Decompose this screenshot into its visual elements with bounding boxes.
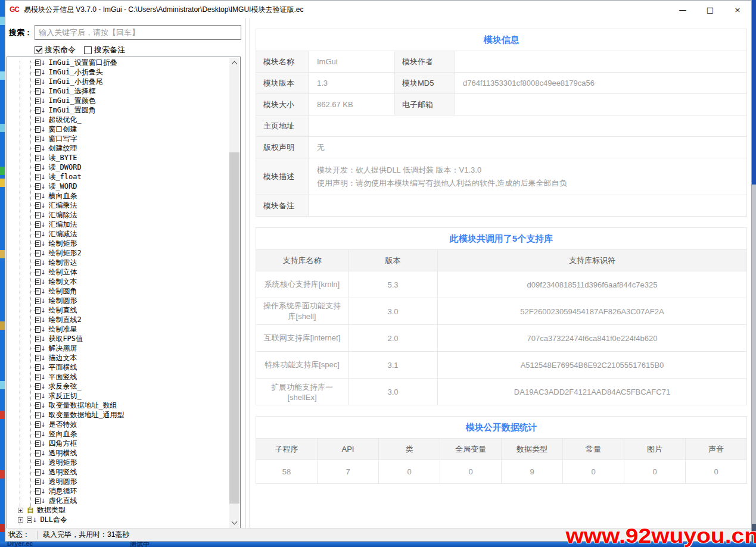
- scrollbar-thumb[interactable]: [229, 152, 239, 504]
- scroll-up-icon[interactable]: [229, 58, 239, 68]
- desktop-text-fragment: 测试中: [130, 542, 150, 547]
- tree-connector: [30, 339, 35, 339]
- tree-item-command[interactable]: ↓ ImGui_设置窗口折叠: [7, 58, 229, 67]
- tree-item-command[interactable]: ↓ 绘制矩形2: [7, 248, 229, 258]
- watermark: www.92wuyou.cn: [565, 524, 756, 547]
- search-option[interactable]: 搜索命令: [35, 45, 76, 55]
- tree-item-command[interactable]: ↓ 绘制直线2: [7, 315, 229, 324]
- tree-item-command[interactable]: ↓ 解决黑屏: [7, 343, 229, 353]
- tree-item-command[interactable]: ↓ 汇编减法: [7, 229, 229, 239]
- left-panel: 搜索： 搜索命令 搜索备注 ↓: [5, 18, 251, 528]
- module-tree[interactable]: ↓ ImGui_设置窗口折叠 ↓ ImGui_小折叠头 ↓ ImGui_小折叠尾: [7, 57, 241, 529]
- tree-item-command[interactable]: ↓ 横向血条: [7, 191, 229, 201]
- tree-connector: [30, 386, 35, 387]
- tree-item-command[interactable]: ↓ 绘制矩形: [7, 239, 229, 248]
- tree-connector: [30, 396, 35, 396]
- desktop-icon: [0, 470, 5, 479]
- checkbox-icon[interactable]: [84, 46, 92, 54]
- tree-item-command[interactable]: ↓ 透明矩形: [7, 458, 229, 467]
- command-doc-icon: ↓: [35, 345, 45, 352]
- tree-item-command[interactable]: ↓ 透明竖线: [7, 467, 229, 477]
- tree-item-command[interactable]: ↓ ImGui_小折叠尾: [7, 77, 229, 86]
- status-separator: [37, 531, 38, 539]
- tree-item-label: 绘制圆角: [48, 286, 77, 296]
- checkbox-icon[interactable]: [35, 46, 42, 54]
- library-row: 互联网支持库[internet] 2.0 707ca37322474f6ca84…: [256, 325, 747, 352]
- tree-item-command[interactable]: ↓ 汇编加法: [7, 220, 229, 229]
- tree-item-command[interactable]: ↓ 窗口写字: [7, 134, 229, 143]
- library-name: 操作系统界面功能支持库[shell]: [256, 298, 349, 325]
- expand-plus-icon[interactable]: +: [18, 508, 23, 513]
- datatype-icon: 自: [27, 505, 34, 515]
- search-option[interactable]: 搜索备注: [84, 45, 125, 55]
- tree-item-command[interactable]: ↓ 读_float: [7, 172, 229, 182]
- tree-item-command[interactable]: ↓ 获取FPS值: [7, 334, 229, 343]
- scroll-down-icon[interactable]: [229, 518, 239, 528]
- tree-item-command[interactable]: ↓ 四角方框: [7, 439, 229, 448]
- tree-item-command[interactable]: ↓ 汇编乘法: [7, 201, 229, 210]
- tree-item-command[interactable]: ↓ 取变量数据地址_通用型: [7, 410, 229, 420]
- tree-item-command[interactable]: ↓ 绘制文本: [7, 277, 229, 286]
- tree-item-command[interactable]: ↓ 绘制准星: [7, 324, 229, 334]
- tree-item-command[interactable]: ↓ ImGui_置颜色: [7, 96, 229, 105]
- tree-item-command[interactable]: ↓ 透明圆形: [7, 477, 229, 486]
- tree-item-command[interactable]: ↓ 平面横线: [7, 362, 229, 372]
- tree-item-command[interactable]: ↓ 竖向血条: [7, 429, 229, 439]
- tree-item-command[interactable]: ↓ 是否特效: [7, 420, 229, 429]
- stats-value: 0: [440, 460, 502, 484]
- tree-item-command[interactable]: ↓ 绘制圆角: [7, 286, 229, 296]
- tree-item-command[interactable]: ↓ 虚化直线: [7, 496, 229, 505]
- maximize-button[interactable]: □: [696, 1, 724, 18]
- command-doc-icon: ↓: [35, 336, 45, 342]
- tree-item-label: ImGui_置颜色: [48, 96, 95, 106]
- command-doc-icon: ↓: [35, 421, 45, 428]
- tree-connector: [30, 282, 35, 282]
- tree-scrollbar[interactable]: [229, 58, 239, 528]
- tree-item-command[interactable]: ↓ 读_WORD: [7, 182, 229, 191]
- command-doc-icon: ↓: [35, 107, 45, 114]
- tree-item-command[interactable]: ↓ 超级优化_: [7, 115, 229, 124]
- tree-item-label: 绘制矩形: [48, 239, 77, 249]
- search-input[interactable]: [35, 25, 241, 40]
- command-doc-icon: ↓: [35, 183, 45, 190]
- tree-item-command[interactable]: ↓ 求反正切_: [7, 391, 229, 401]
- tree-item-command[interactable]: ↓ 绘制直线: [7, 305, 229, 315]
- module-info-title: 模块信息: [256, 29, 747, 51]
- tree-connector: [30, 224, 35, 225]
- tree-connector: [30, 139, 35, 139]
- tree-item-dll-commands[interactable]: + ↓ DLL命令: [7, 515, 229, 524]
- tree-item-command[interactable]: ↓ 透明横线: [7, 448, 229, 458]
- tree-connector: [30, 358, 35, 358]
- tree-item-command[interactable]: ↓ ImGui_选择框: [7, 86, 229, 96]
- field-value: [455, 94, 747, 115]
- description-line: 模块开发：砍人提供DLL 低调封装 版本：V1.3.0: [317, 164, 746, 177]
- tree-item-command[interactable]: ↓ 汇编除法: [7, 210, 229, 220]
- tree-item-command[interactable]: ↓ 取变量数据地址_数组: [7, 401, 229, 410]
- tree-item-command[interactable]: ↓ 读_BYTE: [7, 153, 229, 162]
- tree-item-command[interactable]: ↓ 绘制圆形: [7, 296, 229, 305]
- tree-item-command[interactable]: ↓ 窗口创建: [7, 124, 229, 134]
- minimize-button[interactable]: —: [669, 1, 696, 18]
- command-doc-icon: ↓: [35, 402, 45, 409]
- tree-connector: [30, 482, 35, 482]
- tree-item-command[interactable]: ↓ 创建纹理: [7, 143, 229, 153]
- tree-item-command[interactable]: ↓ ImGui_置圆角: [7, 105, 229, 115]
- tree-item-command[interactable]: ↓ 消息循环: [7, 486, 229, 496]
- tree-item-command[interactable]: ↓ ImGui_小折叠头: [7, 67, 229, 77]
- library-version: 3.0: [349, 379, 438, 405]
- command-doc-icon: ↓: [35, 79, 45, 85]
- tree-item-command[interactable]: ↓ 求反余弦_: [7, 382, 229, 391]
- tree-item-command[interactable]: ↓ 绘制立体: [7, 267, 229, 277]
- expand-plus-icon[interactable]: +: [18, 517, 23, 523]
- tree-item-command[interactable]: ↓ 平面竖线: [7, 372, 229, 382]
- panel-splitter[interactable]: [245, 18, 250, 528]
- tree-item-command[interactable]: ↓ 绘制雷达: [7, 258, 229, 267]
- close-button[interactable]: ×: [724, 1, 751, 18]
- stats-header: 全局变量: [440, 439, 502, 460]
- column-header: 支持库名称: [256, 250, 349, 271]
- tree-connector: [30, 177, 35, 177]
- desktop-text-fragment: Dryer.ec: [7, 542, 33, 547]
- tree-item-command[interactable]: ↓ 读_DWORD: [7, 162, 229, 172]
- tree-item-command[interactable]: ↓ 描边文本: [7, 353, 229, 362]
- tree-item-datatypes[interactable]: + 自 数据类型: [7, 505, 229, 515]
